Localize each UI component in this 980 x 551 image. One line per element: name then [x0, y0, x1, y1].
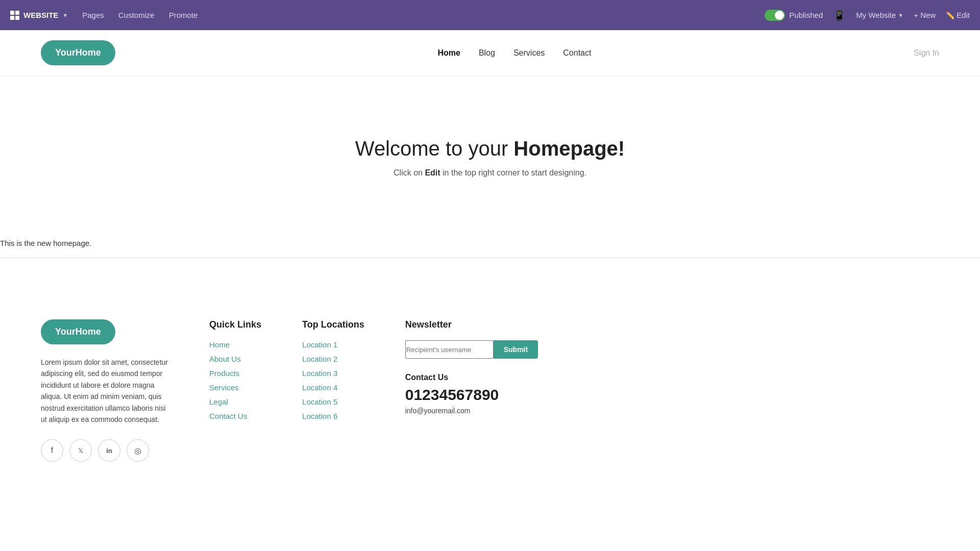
quick-link-products[interactable]: Products [209, 369, 261, 378]
hero-heading: Welcome to your Homepage! [20, 137, 960, 160]
sign-in-link[interactable]: Sign In [914, 48, 939, 58]
newsletter-submit-button[interactable]: Submit [494, 340, 538, 359]
footer-inner: YourHome Lorem ipsum dolor sit amet, con… [41, 319, 939, 462]
website-brand-label: WEBSITE [23, 11, 58, 19]
footer-description: Lorem ipsum dolor sit amet, consectetur … [41, 357, 168, 425]
brand-dropdown-icon: ▼ [62, 12, 68, 18]
admin-bar-right: Published 📱 My Website ▼ + New ✏️ Edit [765, 9, 970, 21]
website-brand[interactable]: WEBSITE ▼ [10, 11, 68, 20]
edit-pencil-icon: ✏️ [946, 11, 954, 19]
newsletter-heading: Newsletter [405, 319, 538, 330]
site-content: YourHome Home Blog Services Contact Sign… [0, 30, 980, 492]
site-footer: YourHome Lorem ipsum dolor sit amet, con… [0, 289, 980, 492]
admin-bar: WEBSITE ▼ Pages Customize Promote Publis… [0, 0, 980, 30]
footer-logo-button[interactable]: YourHome [41, 319, 115, 344]
location-2[interactable]: Location 2 [302, 355, 364, 364]
hero-subtext: Click on Edit in the top right corner to… [20, 168, 960, 178]
location-3[interactable]: Location 3 [302, 369, 364, 378]
contact-phone: 01234567890 [405, 386, 538, 404]
contact-us-label: Contact Us [405, 373, 538, 382]
linkedin-icon[interactable]: in [98, 439, 120, 462]
pages-nav[interactable]: Pages [82, 11, 104, 19]
site-header: YourHome Home Blog Services Contact Sign… [0, 30, 980, 76]
published-toggle[interactable] [765, 10, 785, 21]
top-locations-list: Location 1 Location 2 Location 3 Locatio… [302, 340, 364, 421]
location-6[interactable]: Location 6 [302, 412, 364, 421]
instagram-icon[interactable]: ◎ [127, 439, 149, 462]
contact-email: info@youremail.com [405, 407, 538, 415]
quick-link-legal[interactable]: Legal [209, 397, 261, 407]
quick-links-list: Home About Us Products Services Legal Co… [209, 340, 261, 421]
quick-link-home[interactable]: Home [209, 340, 261, 349]
newsletter-form: Submit [405, 340, 538, 359]
quick-links-col: Quick Links Home About Us Products Servi… [209, 319, 261, 421]
nav-blog[interactable]: Blog [479, 48, 495, 58]
homepage-intro-text: This is the new homepage. [0, 239, 980, 258]
grid-icon [10, 11, 19, 20]
location-5[interactable]: Location 5 [302, 397, 364, 407]
newsletter-col: Newsletter Submit Contact Us 01234567890… [405, 319, 538, 415]
newsletter-input[interactable] [405, 340, 494, 359]
published-toggle-container: Published [765, 10, 823, 21]
nav-contact[interactable]: Contact [563, 48, 591, 58]
location-1[interactable]: Location 1 [302, 340, 364, 349]
my-website-dropdown-icon: ▼ [898, 12, 903, 18]
facebook-icon[interactable]: f [41, 439, 63, 462]
twitter-icon[interactable]: 𝕏 [69, 439, 92, 462]
new-label: + New [914, 11, 936, 19]
quick-links-heading: Quick Links [209, 319, 261, 330]
site-nav: Home Blog Services Contact [437, 48, 591, 58]
quick-link-services[interactable]: Services [209, 383, 261, 392]
edit-label: Edit [957, 11, 970, 19]
top-locations-heading: Top Locations [302, 319, 364, 330]
hero-section: Welcome to your Homepage! Click on Edit … [0, 76, 980, 239]
social-icons-row: f 𝕏 in ◎ [41, 439, 168, 462]
top-locations-col: Top Locations Location 1 Location 2 Loca… [302, 319, 364, 421]
below-hero: This is the new homepage. YourHome Lorem… [0, 239, 980, 492]
new-button[interactable]: + New [914, 11, 936, 19]
header-logo-button[interactable]: YourHome [41, 40, 115, 65]
my-website-button[interactable]: My Website ▼ [856, 11, 903, 19]
location-4[interactable]: Location 4 [302, 383, 364, 392]
mobile-preview-icon[interactable]: 📱 [833, 9, 846, 21]
quick-link-about[interactable]: About Us [209, 355, 261, 364]
published-label: Published [789, 11, 823, 19]
edit-button[interactable]: ✏️ Edit [946, 11, 970, 19]
nav-services[interactable]: Services [513, 48, 545, 58]
admin-bar-left: WEBSITE ▼ Pages Customize Promote [10, 11, 198, 20]
quick-link-contact[interactable]: Contact Us [209, 412, 261, 421]
footer-brand-col: YourHome Lorem ipsum dolor sit amet, con… [41, 319, 168, 462]
nav-home[interactable]: Home [437, 48, 460, 58]
promote-nav[interactable]: Promote [169, 11, 198, 19]
my-website-label: My Website [856, 11, 896, 19]
customize-nav[interactable]: Customize [118, 11, 155, 19]
